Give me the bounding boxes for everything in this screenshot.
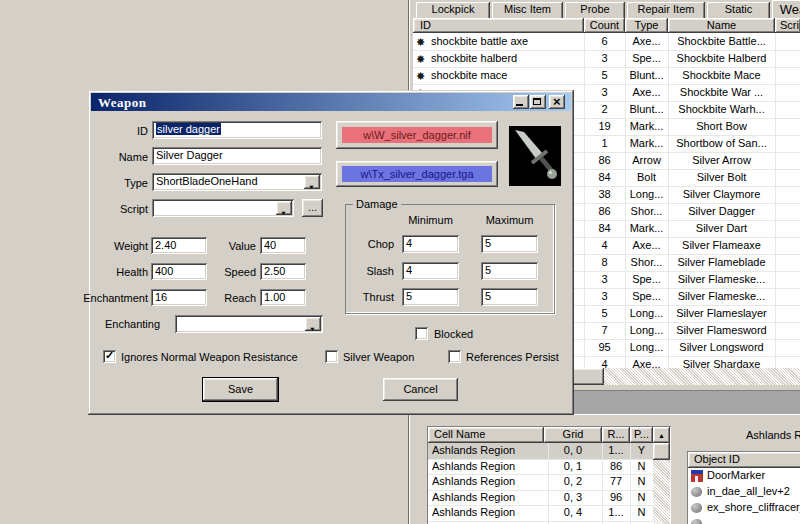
vertical-scrollbar[interactable]	[653, 443, 670, 524]
tab-misc-item[interactable]: Misc Item	[492, 2, 563, 18]
texture-path-button[interactable]: w\Tx_silver_dagger.tga	[336, 161, 498, 187]
speed-field[interactable]: 2.50	[260, 263, 306, 280]
id-field[interactable]: silver dagger	[152, 121, 322, 139]
type-select[interactable]: ShortBladeOneHand▼	[152, 173, 322, 191]
column-header-script[interactable]: Scrip...	[775, 18, 800, 33]
weapon-list-row[interactable]: ✸shockbite halberd 3 Spe... Shockbite Ha…	[413, 50, 800, 67]
cell-table: Cell Name Grid R... P... ▲ Ashlands Regi…	[427, 426, 671, 524]
cell-type: Arrow	[625, 152, 669, 170]
object-row[interactable]: in_dae_all_lev+2	[688, 484, 800, 500]
scroll-up-button[interactable]: ▲	[653, 427, 670, 443]
cell-row[interactable]: Ashlands Region 0, 1 86 N	[428, 459, 653, 475]
scrollbar-thumb[interactable]	[653, 443, 670, 460]
silver-weapon-checkbox[interactable]	[325, 350, 338, 363]
weapon-list-row[interactable]: ✸shockbite battle axe 6 Axe... Shockbite…	[413, 33, 800, 50]
cell-row[interactable]: Ashlands Region 0, 4 1... N	[428, 505, 653, 521]
slash-label: Slash	[346, 265, 394, 279]
script-browse-button[interactable]: ...	[302, 199, 323, 217]
chop-min-field[interactable]: 4	[402, 235, 459, 253]
model-path-button[interactable]: w\W_silver_dagger.nif	[336, 121, 498, 149]
tab-lockpick[interactable]: Lockpick	[416, 2, 490, 18]
cell-type: Spe...	[625, 288, 669, 306]
cell-p: N	[630, 521, 653, 524]
column-header-id[interactable]: ID	[413, 18, 584, 33]
tab-label: Lockpick	[432, 3, 475, 17]
cell-count: 2	[584, 101, 626, 119]
type-label: Type	[78, 177, 148, 191]
cell-type: Axe...	[625, 356, 669, 368]
column-header-r[interactable]: R...	[602, 427, 630, 443]
script-select[interactable]: ▼	[152, 199, 294, 217]
cell-count: 3	[584, 50, 626, 68]
cell-list: Ashlands Region 0, 0 1... Y Ashlands Reg…	[428, 443, 653, 524]
dialog-titlebar[interactable]: Weapon ×	[91, 93, 571, 111]
tab-repair-item[interactable]: Repair Item	[627, 2, 705, 18]
minimize-icon	[516, 104, 523, 106]
weapon-item-icon: ✸	[416, 51, 425, 67]
tab-probe[interactable]: Probe	[565, 2, 625, 18]
reach-field[interactable]: 1.00	[260, 289, 306, 306]
cell-type: Axe...	[625, 84, 669, 102]
cell-script	[775, 203, 800, 221]
cell-row[interactable]: Ashlands Region 0, 2 77 N	[428, 474, 653, 490]
column-header-object-id[interactable]: Object ID	[688, 452, 800, 468]
thrust-min-field[interactable]: 5	[402, 288, 459, 306]
enchantment-field[interactable]: 16	[151, 289, 207, 306]
enchanting-select[interactable]: ▼	[175, 315, 323, 333]
weapon-list-row[interactable]: ✸shockbite mace 5 Blunt... Shockbite Mac…	[413, 67, 800, 84]
column-header-count[interactable]: Count	[584, 18, 625, 33]
cell-count: 38	[584, 186, 626, 204]
references-persist-checkbox[interactable]	[448, 350, 461, 363]
cell-script	[775, 322, 800, 340]
cell-row[interactable]: Ashlands Region 0, 3 96 N	[428, 490, 653, 506]
ignores-resistance-checkbox[interactable]: ✓	[103, 350, 116, 363]
cell-script	[775, 356, 800, 368]
tab-static[interactable]: Static	[707, 2, 770, 18]
cell-count: 5	[584, 67, 626, 85]
cell-name: Ashlands Region	[428, 505, 549, 522]
cell-name: Silver Flameblade	[668, 254, 776, 272]
object-row[interactable]: DoorMarker	[688, 468, 800, 484]
cell-type: Shor...	[625, 203, 669, 221]
cell-type: Shor...	[625, 254, 669, 272]
check-icon: ✓	[105, 349, 114, 362]
cell-row[interactable]: Ashlands Region 0, 0 1... Y	[428, 443, 653, 459]
object-row[interactable]: ex_shore_cliffracer_	[688, 500, 800, 516]
cell-count: 4	[584, 237, 626, 255]
column-header-cell-name[interactable]: Cell Name	[428, 427, 544, 443]
slash-min-field[interactable]: 4	[402, 262, 459, 280]
maximize-button[interactable]	[530, 95, 546, 109]
weight-field[interactable]: 2.40	[151, 237, 207, 254]
script-label: Script	[78, 203, 148, 217]
maximum-header: Maximum	[481, 214, 538, 228]
chevron-down-icon[interactable]: ▼	[276, 201, 292, 215]
chop-max-field[interactable]: 5	[481, 235, 538, 253]
health-field[interactable]: 400	[151, 263, 207, 280]
cell-type: Blunt...	[625, 67, 669, 85]
tab-weapon-active[interactable]: Wea	[772, 0, 800, 19]
cell-type: Long...	[625, 322, 669, 340]
column-header-p[interactable]: P...	[630, 427, 653, 443]
blocked-label: Blocked	[434, 328, 473, 342]
value-field[interactable]: 40	[260, 237, 306, 254]
cancel-button[interactable]: Cancel	[383, 378, 458, 401]
column-header-grid[interactable]: Grid	[544, 427, 602, 443]
cell-row[interactable]: Ashlands Region 0, 5 1... N	[428, 521, 653, 524]
name-field[interactable]: Silver Dagger	[152, 147, 322, 165]
object-row[interactable]	[688, 516, 800, 524]
thrust-max-field[interactable]: 5	[481, 288, 538, 306]
chevron-down-icon[interactable]: ▼	[305, 317, 321, 331]
cell-count: 84	[584, 220, 626, 238]
cell-name: Silver Flameske...	[668, 288, 776, 306]
cell-name: Shockbite Mace	[668, 67, 776, 85]
blocked-checkbox[interactable]	[415, 327, 428, 340]
column-header-name[interactable]: Name	[668, 18, 775, 33]
slash-max-field[interactable]: 5	[481, 262, 538, 280]
close-button[interactable]: ×	[549, 95, 565, 109]
minimize-button[interactable]	[513, 95, 529, 109]
chevron-down-icon[interactable]: ▼	[304, 175, 320, 189]
save-button[interactable]: Save	[203, 378, 278, 401]
cell-p: N	[630, 474, 653, 491]
cell-r: 1...	[602, 521, 631, 524]
column-header-type[interactable]: Type	[625, 18, 668, 33]
